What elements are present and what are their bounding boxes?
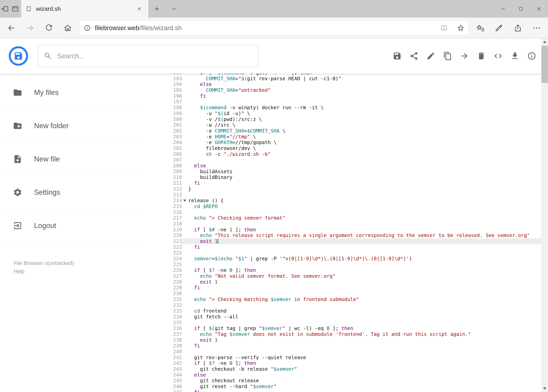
maximize-button[interactable]	[512, 0, 530, 18]
share-button[interactable]	[508, 19, 527, 37]
code-text[interactable]: echo "Tag $semver does not exist in subm…	[182, 331, 541, 337]
close-button[interactable]	[530, 0, 548, 18]
code-text[interactable]: release () {	[182, 198, 541, 203]
code-text[interactable]: buildAssets	[182, 169, 541, 175]
hub-button[interactable]	[471, 19, 490, 37]
code-text[interactable]	[182, 320, 541, 326]
code-text[interactable]: if [ "$(command -v git)" != "" ]; then	[182, 74, 541, 76]
sidebar-item-settings[interactable]: Settings	[0, 176, 145, 209]
help-link[interactable]: Help	[14, 267, 145, 276]
code-text[interactable]: -e COMMIT_SHA=$COMMIT_SHA \	[182, 128, 541, 134]
code-text[interactable]: fi	[182, 93, 541, 99]
code-text[interactable]: echo "> Checking semver format"	[182, 215, 541, 221]
code-text[interactable]: -u "$(id -u)" \	[182, 111, 541, 116]
code-text[interactable]: fi	[182, 343, 541, 349]
code-text[interactable]	[182, 99, 541, 105]
code-text[interactable]: sh -c "./wizard.sh -b"	[182, 151, 541, 157]
code-text[interactable]: }	[182, 186, 541, 192]
address-bar[interactable]: filebrowser.web/files/wizard.sh	[79, 21, 469, 35]
rename-button[interactable]	[426, 51, 435, 61]
refresh-button[interactable]	[40, 19, 58, 37]
code-text[interactable]: fi	[182, 180, 541, 186]
code-text[interactable]: COMMIT_SHA="$(git rev-parse HEAD | cut -…	[182, 76, 541, 82]
code-text[interactable]: -w //src \	[182, 122, 541, 128]
sidebar-item-new-file[interactable]: New file	[0, 142, 145, 176]
code-text[interactable]: if [ $# -ne 1 ]; then	[182, 227, 541, 233]
code-text[interactable]	[182, 221, 541, 227]
code-text[interactable]	[182, 302, 541, 308]
search-input[interactable]	[57, 52, 252, 60]
code-text[interactable]	[182, 262, 541, 267]
favorite-star-button[interactable]	[454, 21, 467, 35]
code-text[interactable]: exit 1	[182, 337, 541, 343]
code-text[interactable]	[182, 210, 541, 215]
code-text[interactable]: echo "Not valid semver format. See semve…	[182, 273, 541, 279]
raw-view-button[interactable]	[494, 51, 503, 61]
code-text[interactable]: -e GOPATH=//tmp/gopath \	[182, 140, 541, 145]
code-text[interactable]: -v /$(pwd):/src:z \	[182, 116, 541, 122]
info-button[interactable]	[527, 51, 536, 61]
code-text[interactable]	[182, 250, 541, 256]
code-text[interactable]: else	[182, 163, 541, 169]
reading-view-button[interactable]	[437, 21, 450, 35]
web-note-button[interactable]	[490, 19, 508, 37]
forward-button[interactable]	[21, 19, 40, 37]
tabs-preview-button[interactable]	[10, 0, 20, 18]
sidebar-item-new-folder[interactable]: New folder	[0, 109, 145, 142]
code-text[interactable]: echo "> Checking matching $semver in fro…	[182, 296, 541, 302]
code-text[interactable]: else	[182, 81, 541, 87]
save-button[interactable]	[393, 51, 402, 61]
sidebar-item-logout[interactable]: Logout	[0, 209, 145, 242]
code-text[interactable]: git fetch --all	[182, 314, 541, 320]
line-number: 212	[145, 186, 182, 192]
download-button[interactable]	[510, 51, 520, 61]
home-button[interactable]	[58, 19, 77, 37]
code-text[interactable]: if [ $(git tag | grep "$semver" | wc -l)…	[182, 325, 541, 331]
code-text[interactable]	[182, 192, 541, 198]
new-tab-button[interactable]	[148, 0, 166, 18]
code-text[interactable]: cd $REPO	[182, 203, 541, 210]
scrollbar-thumb[interactable]	[541, 46, 548, 83]
scroll-up-button[interactable]	[541, 38, 548, 45]
code-text[interactable]: $(command -v winpty) docker run --rm -it…	[182, 105, 541, 111]
minimize-button[interactable]	[494, 0, 512, 18]
tab-close-icon[interactable]	[135, 5, 144, 13]
code-text[interactable]: echo "This release script requires a sin…	[182, 232, 541, 238]
code-text[interactable]	[182, 349, 541, 355]
code-text[interactable]: git checkout release	[182, 378, 541, 384]
code-text[interactable]: git rev-parse --verify --quiet release	[182, 355, 541, 360]
code-text[interactable]: fi	[182, 285, 541, 291]
code-text[interactable]: semver=$(echo "$1" | grep -P '^v(0|[1-9]…	[182, 256, 541, 262]
code-text[interactable]	[182, 157, 541, 163]
code-text[interactable]: else	[182, 372, 541, 378]
code-text[interactable]: fi	[182, 244, 541, 250]
search-box[interactable]	[38, 45, 259, 67]
code-text[interactable]: if [ $? -ne 0 ]; then	[182, 267, 541, 273]
move-button[interactable]	[460, 51, 469, 61]
tab-preview-chevron-button[interactable]	[166, 0, 183, 18]
code-text[interactable]: if [ $? -ne 0 ]; then	[182, 360, 541, 366]
set-tabs-aside-button[interactable]	[0, 0, 10, 18]
page-scrollbar[interactable]	[541, 38, 548, 392]
code-text[interactable]: filebrowser/dev \	[182, 145, 541, 151]
browser-tab-wizard[interactable]: wizard.sh	[21, 0, 148, 18]
scroll-down-button[interactable]	[541, 385, 548, 392]
code-text[interactable]: -e HOME="//tmp" \	[182, 134, 541, 140]
code-text[interactable]: git reset --hard "$semver"	[182, 384, 541, 389]
more-button[interactable]	[527, 19, 546, 37]
share-button[interactable]	[409, 51, 418, 61]
code-text[interactable]: buildBinary	[182, 174, 541, 180]
copy-button[interactable]	[443, 51, 452, 61]
filebrowser-logo[interactable]	[8, 46, 28, 66]
code-text[interactable]	[182, 291, 541, 296]
code-text[interactable]: cd frontend	[182, 308, 541, 314]
back-button[interactable]	[2, 19, 21, 37]
code-text[interactable]: exit 1	[182, 279, 541, 285]
code-text[interactable]: COMMIT_SHA="untracked"	[182, 87, 541, 93]
sidebar-item-my-files[interactable]: My files	[0, 76, 145, 109]
code-text[interactable]: git checkout -b release "$semver"	[182, 366, 541, 372]
delete-button[interactable]	[477, 51, 486, 61]
code-text[interactable]: fi	[182, 389, 541, 392]
code-text[interactable]: exit 1	[182, 238, 541, 244]
code-editor[interactable]: 192 if [ "$(command -v git)" != "" ]; th…	[145, 74, 541, 392]
